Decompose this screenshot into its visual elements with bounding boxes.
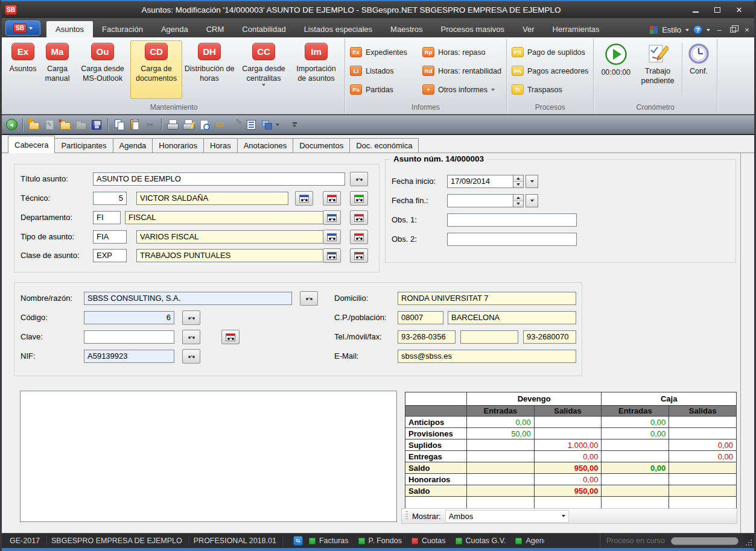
cronometro-conf-button[interactable]: Conf. xyxy=(684,43,714,76)
departamento-code-input[interactable]: FI xyxy=(93,211,121,224)
fecha-fin-input[interactable] xyxy=(447,194,513,207)
cp-input[interactable]: 08007 xyxy=(398,311,443,324)
tecnico-lookup-green-button[interactable] xyxy=(350,191,368,206)
detail-listbox[interactable] xyxy=(20,391,397,522)
asuntos-button[interactable]: Ex Asuntos xyxy=(6,40,40,99)
poblacion-input[interactable]: BARCELONA xyxy=(448,311,576,324)
ribbon-tab-listados-especiales[interactable]: Listados especiales xyxy=(295,21,381,37)
fecha-fin-calendar-button[interactable] xyxy=(526,194,538,207)
windows-button[interactable] xyxy=(260,118,273,131)
tipo-asunto-lookup-red-button[interactable] xyxy=(350,230,368,244)
toolbar-overflow-button[interactable] xyxy=(288,118,301,131)
tipo-asunto-lookup-button[interactable] xyxy=(323,230,341,244)
indicator-p-fondos[interactable]: P. Fondos xyxy=(358,537,402,545)
obs2-input[interactable] xyxy=(447,233,577,246)
tab-documentos[interactable]: Documentos xyxy=(293,138,350,153)
carga-ms-outlook-button[interactable]: Ou Carga desde MS-Outlook xyxy=(75,40,130,99)
design-button[interactable] xyxy=(229,118,242,131)
tab-cabecera[interactable]: Cabecera xyxy=(8,136,55,153)
copy-button[interactable] xyxy=(112,118,125,131)
fecha-inicio-calendar-button[interactable] xyxy=(526,175,538,188)
print-preview-button[interactable] xyxy=(197,118,211,131)
clase-asunto-name-field[interactable]: TRABAJOS PUNTUALES xyxy=(136,249,328,262)
edit-record-button[interactable]: ✎ xyxy=(43,118,56,131)
titulo-lookup-button[interactable] xyxy=(350,172,368,186)
mostrar-select[interactable]: Ambos xyxy=(445,510,569,523)
horas-repaso-button[interactable]: Rp Horas: repaso xyxy=(421,46,503,58)
tab-horas[interactable]: Horas xyxy=(203,138,238,153)
fecha-inicio-input[interactable]: 17/09/2014 xyxy=(447,175,513,188)
codigo-input[interactable]: 6 xyxy=(84,311,174,324)
back-button[interactable]: ◄ xyxy=(5,118,18,131)
ribbon-tab-facturacion[interactable]: Facturación xyxy=(93,21,152,37)
estilo-dropdown-icon[interactable] xyxy=(685,29,689,31)
pagos-acreedores-button[interactable]: PA Pagos acreedores xyxy=(510,65,590,77)
clase-asunto-code-input[interactable]: EXP xyxy=(93,249,127,262)
codigo-lookup-button[interactable] xyxy=(182,310,200,325)
clave-lookup-button[interactable] xyxy=(182,330,200,344)
expedientes-button[interactable]: Ex Expedientes xyxy=(348,46,416,58)
ribbon-tab-herramientas[interactable]: Herramientas xyxy=(544,21,609,37)
tab-doc-economica[interactable]: Doc. económica xyxy=(349,138,419,153)
horas-rentabilidad-button[interactable]: Rd Horas: rentabilidad xyxy=(421,65,503,77)
clave-input[interactable] xyxy=(84,330,174,344)
remote-support-icon[interactable]: ⇆ xyxy=(293,536,303,546)
resize-grip[interactable] xyxy=(745,534,754,548)
tecnico-lookup-red-button[interactable] xyxy=(323,191,341,206)
close-button[interactable]: ✕ xyxy=(729,3,749,16)
drag-grip-icon[interactable] xyxy=(405,511,408,521)
mdi-close-button[interactable]: × xyxy=(742,25,752,34)
nif-lookup-button[interactable] xyxy=(182,349,200,364)
tab-anotaciones[interactable]: Anotaciones xyxy=(237,138,294,153)
spin-up-button[interactable] xyxy=(513,195,523,201)
paste-button[interactable] xyxy=(128,118,141,131)
departamento-name-field[interactable]: FISCAL xyxy=(125,211,328,224)
nif-input[interactable]: A59139923 xyxy=(84,350,174,363)
listados-button[interactable]: Li Listados xyxy=(348,65,416,77)
tab-participantes[interactable]: Participantes xyxy=(54,138,113,153)
email-input[interactable]: sbss@sbss.es xyxy=(398,350,576,363)
print-button[interactable] xyxy=(166,118,179,131)
tecnico-code-input[interactable]: 5 xyxy=(93,192,127,205)
otros-informes-button[interactable]: + Otros informes xyxy=(421,83,503,96)
cut-button[interactable]: ✂ xyxy=(144,118,157,131)
tipo-asunto-code-input[interactable]: FIA xyxy=(93,230,127,244)
fax-input[interactable]: 93-2680070 xyxy=(523,330,576,344)
tecnico-lookup-button[interactable] xyxy=(295,191,313,206)
nombre-input[interactable]: SBSS CONSULTING, S.A. xyxy=(84,292,292,305)
cronometro-start-button[interactable]: 00:00:00 xyxy=(597,43,635,77)
tab-agenda[interactable]: Agenda xyxy=(113,138,153,153)
partidas-button[interactable]: Pa Partidas xyxy=(348,83,416,96)
help-icon[interactable]: ? xyxy=(693,25,702,34)
application-menu-button[interactable]: SB xyxy=(5,20,40,36)
distribucion-horas-button[interactable]: DH Distribución de horas xyxy=(182,40,237,99)
spin-down-button[interactable] xyxy=(513,181,523,188)
undo-record-button[interactable] xyxy=(74,118,87,131)
nombre-lookup-button[interactable] xyxy=(300,291,318,306)
list-view-button[interactable] xyxy=(244,118,258,131)
indicator-agenda[interactable]: Agenda xyxy=(515,537,544,545)
carga-manual-button[interactable]: Ma Carga manual xyxy=(40,40,75,99)
traspasos-button[interactable]: Tr Traspasos xyxy=(510,83,590,96)
indicator-cuotas[interactable]: Cuotas xyxy=(411,537,446,545)
maximize-button[interactable] xyxy=(707,3,728,16)
indicator-cuotas-gv[interactable]: Cuotas G.V. xyxy=(456,537,506,545)
ribbon-tab-contabilidad[interactable]: Contabilidad xyxy=(233,21,294,37)
clase-asunto-lookup-button[interactable] xyxy=(323,248,341,263)
obs1-input[interactable] xyxy=(447,213,577,227)
help-dropdown-icon[interactable] xyxy=(707,29,710,31)
clase-asunto-lookup-red-button[interactable] xyxy=(350,248,368,263)
trabajo-pendiente-button[interactable]: Trabajo pendiente xyxy=(635,43,681,86)
tecnico-name-field[interactable]: VICTOR SALDAÑA xyxy=(136,192,288,205)
estilo-button[interactable]: Estilo xyxy=(662,25,681,34)
titulo-input[interactable]: ASUNTO DE EJEMPLO xyxy=(93,172,345,186)
mdi-minimize-button[interactable]: – xyxy=(714,25,724,34)
quick-print-button[interactable] xyxy=(182,118,195,131)
mdi-restore-button[interactable] xyxy=(728,25,738,34)
minimize-button[interactable] xyxy=(685,3,706,16)
importacion-asuntos-button[interactable]: Im Importación de asuntos xyxy=(291,40,341,99)
new-record-button[interactable]: ✱ xyxy=(27,118,40,131)
ribbon-tab-maestros[interactable]: Maestros xyxy=(381,21,431,37)
ribbon-tab-ver[interactable]: Ver xyxy=(513,21,544,37)
tab-honorarios[interactable]: Honorarios xyxy=(152,138,204,153)
